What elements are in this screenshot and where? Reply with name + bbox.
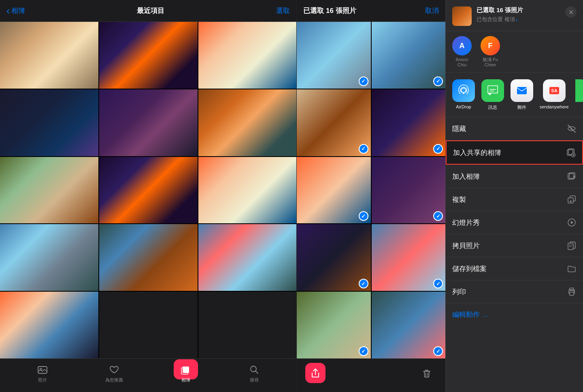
check-badge [359, 346, 368, 356]
photo-cell[interactable] [0, 89, 98, 156]
selected-photo-cell[interactable] [372, 89, 445, 156]
selected-photo-cell[interactable] [297, 89, 370, 156]
action-print[interactable]: 列印 [446, 280, 583, 303]
action-copy-label: 拷貝照片 [452, 241, 480, 250]
shared-album-icon [566, 148, 576, 157]
back-button[interactable]: 相簿 [6, 6, 25, 16]
close-button[interactable]: ✕ [565, 6, 577, 18]
photo-cell[interactable] [198, 157, 297, 224]
action-slideshow[interactable]: 幻燈片秀 [446, 211, 583, 234]
action-shared-album-label: 加入共享的相簿 [453, 148, 501, 157]
selected-count-title: 已選取 16 張照片 [303, 6, 356, 15]
svg-rect-0 [38, 367, 47, 373]
photo-cell[interactable] [198, 89, 297, 156]
action-hide-label: 隱藏 [452, 124, 466, 133]
right-photos-header: 已選取 16 張照片 取消 [297, 0, 445, 22]
toolbar-delete[interactable] [416, 365, 437, 381]
share-header-info: 已選取 16 張照片 已包含位置 複項 [477, 6, 560, 23]
left-header: 相簿 最近項目 選取 [0, 0, 296, 22]
person-fuchien[interactable]: F 魅淺 Fu Chien [478, 36, 502, 68]
action-hide[interactable]: 隱藏 [446, 117, 583, 140]
selected-photo-grid [297, 22, 445, 358]
photo-cell[interactable] [99, 224, 198, 291]
cancel-button[interactable]: 取消 [425, 6, 439, 15]
share-thumbnail [452, 6, 472, 26]
share-location-sub[interactable]: 已包含位置 複項 [477, 16, 560, 23]
check-badge [433, 76, 443, 86]
select-button[interactable]: 選取 [276, 6, 290, 15]
app-sendanywhere[interactable]: SA sendanywhere [540, 79, 569, 110]
selected-photo-cell[interactable] [297, 292, 370, 358]
messages-icon [481, 79, 504, 102]
selected-photo-cell[interactable] [372, 22, 445, 89]
photo-cell[interactable] [99, 157, 198, 224]
toolbar-search[interactable]: 搜尋 [244, 362, 265, 386]
photo-grid-left [0, 22, 296, 358]
action-slideshow-label: 幻燈片秀 [452, 218, 480, 227]
avatar-anson: A [452, 36, 472, 55]
person-name-anson: AnsonChiu [455, 57, 468, 68]
svg-rect-19 [570, 288, 574, 290]
foryou-label: 為您推薦 [105, 377, 123, 383]
selected-photo-cell[interactable] [297, 157, 370, 224]
action-edit-actions[interactable]: 編輯動作 … [446, 303, 583, 326]
airdrop-icon [452, 79, 475, 102]
person-anson[interactable]: A AnsonChiu [452, 36, 472, 68]
photo-cell[interactable] [0, 224, 98, 291]
avatar-fuchien: F [481, 36, 500, 55]
app-mail[interactable]: 郵件 [511, 79, 533, 110]
page-title: 最近項目 [137, 6, 164, 15]
photo-cell[interactable] [198, 22, 297, 89]
print-icon [567, 287, 577, 297]
app-airdrop[interactable]: AirDrop [452, 79, 475, 110]
check-badge [433, 279, 443, 288]
photo-cell[interactable] [99, 22, 198, 89]
airdrop-label: AirDrop [456, 104, 471, 109]
selected-photo-cell[interactable] [372, 224, 445, 291]
folder-icon [567, 264, 577, 273]
svg-rect-20 [570, 292, 574, 295]
app-share-row: AirDrop 訊息 郵件 [446, 73, 583, 117]
photo-cell-empty [99, 292, 198, 358]
left-panel: 相簿 最近項目 選取 [0, 0, 297, 392]
app-icon-partial [575, 79, 583, 102]
toolbar-foryou[interactable]: 為您推薦 [100, 362, 128, 386]
action-edit-label: 編輯動作 … [452, 310, 489, 319]
check-badge [433, 346, 443, 356]
toolbar-photos[interactable]: 照片 [32, 362, 53, 386]
photo-cell-empty [198, 292, 297, 358]
toolbar-albums[interactable]: 相簿 [175, 362, 196, 386]
photo-cell[interactable] [0, 157, 98, 224]
check-badge [359, 211, 368, 221]
action-save-files[interactable]: 儲存到檔案 [446, 257, 583, 280]
add-album-icon [567, 172, 577, 181]
photo-cell[interactable] [99, 89, 198, 156]
action-add-album-label: 加入相簿 [452, 172, 480, 181]
photo-cell[interactable] [198, 224, 297, 291]
photo-cell[interactable] [0, 292, 98, 358]
photos-label: 照片 [38, 377, 47, 383]
action-add-shared-album[interactable]: 加入共享的相簿 [446, 140, 583, 165]
toolbar-share[interactable] [305, 365, 326, 381]
eye-slash-icon [567, 124, 577, 133]
selected-photo-cell[interactable] [297, 22, 370, 89]
share-panel: 已選取 16 張照片 已包含位置 複項 ✕ A AnsonChiu F 魅淺 F… [445, 0, 583, 392]
check-badge [433, 144, 443, 154]
action-copy-photo[interactable]: 拷貝照片 [446, 234, 583, 257]
app-messages[interactable]: 訊息 [481, 79, 504, 110]
action-duplicate[interactable]: 複製 [446, 188, 583, 211]
mail-icon [511, 79, 533, 102]
selected-photo-cell[interactable] [372, 292, 445, 358]
photo-cell[interactable] [0, 22, 98, 89]
share-icon [310, 368, 321, 379]
bottom-toolbar: 照片 為您推薦 相簿 [0, 358, 296, 392]
photo-icon [37, 364, 48, 375]
selected-photo-cell[interactable] [372, 157, 445, 224]
play-icon [567, 218, 577, 227]
action-duplicate-label: 複製 [452, 195, 466, 204]
messages-label: 訊息 [488, 104, 497, 110]
svg-point-21 [574, 291, 574, 292]
action-add-album[interactable]: 加入相簿 [446, 165, 583, 188]
selected-photo-cell[interactable] [297, 224, 370, 291]
app-partial[interactable] [575, 79, 583, 110]
